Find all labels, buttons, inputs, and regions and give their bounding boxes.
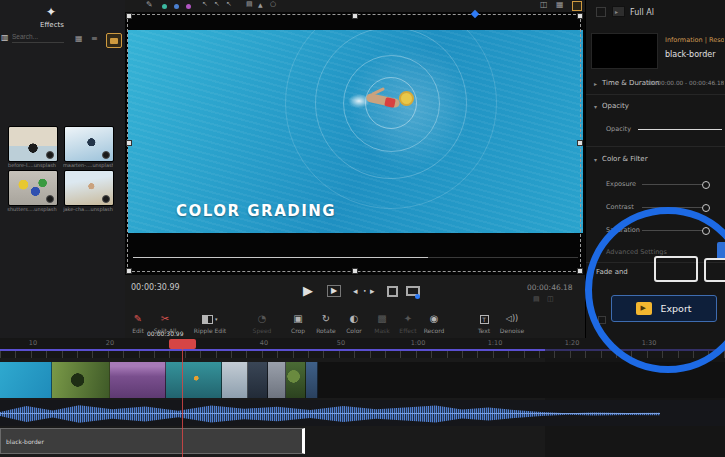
color-swatch-teal-icon[interactable] xyxy=(162,4,167,9)
cursor-move-icon[interactable]: ↖ xyxy=(214,1,220,8)
time-duration-value: 00:00:00.00 - 00:00:46.18 xyxy=(648,80,724,86)
opacity-label: Opacity xyxy=(606,125,631,133)
clip-name: black-border xyxy=(665,50,716,59)
grid-overlay-icon[interactable]: ▦ xyxy=(556,1,564,9)
black-border-clip[interactable]: black-border xyxy=(0,428,305,454)
folder-icon[interactable] xyxy=(106,33,122,48)
pen-tool-icon[interactable]: ✎ xyxy=(146,1,153,9)
chevron-down-icon[interactable]: ▾ xyxy=(594,103,597,110)
selection-handle[interactable] xyxy=(352,13,358,19)
selection-handle[interactable] xyxy=(577,140,583,146)
video-clip[interactable] xyxy=(166,362,222,398)
selection-handle[interactable] xyxy=(577,268,583,274)
preview-video[interactable]: COLOR GRADING xyxy=(128,30,583,233)
timeline-ruler[interactable]: 10 20 40 50 1:00 1:10 1:20 1:30 xyxy=(0,338,725,358)
shape-icon[interactable]: ○ xyxy=(270,1,276,8)
fullscreen-monitor-button[interactable] xyxy=(406,286,420,296)
snapshot-icon[interactable]: ◫ xyxy=(540,1,548,9)
previous-frame-button[interactable]: ◂ xyxy=(353,287,358,296)
preview-quality-icon[interactable]: ▤ xyxy=(533,296,540,303)
record-mic-icon: ◉ xyxy=(414,313,454,325)
video-overlay-title: COLOR GRADING xyxy=(176,202,336,220)
export-button[interactable]: ▶ Export xyxy=(611,295,717,322)
video-clip[interactable] xyxy=(306,362,318,398)
color-filter-section-header[interactable]: Color & Filter xyxy=(602,155,648,163)
selection-handle[interactable] xyxy=(126,13,132,19)
panel-dock-icon[interactable]: ▥ xyxy=(1,34,9,42)
video-clip[interactable] xyxy=(222,362,248,398)
opacity-section-header[interactable]: Opacity xyxy=(602,102,629,110)
ripple-edit-icon: ▾ xyxy=(190,313,230,325)
split-icon: ✂ xyxy=(145,313,185,325)
video-clip[interactable] xyxy=(286,362,306,398)
speed-button[interactable]: ◔ Speed xyxy=(242,313,282,334)
media-info-badge xyxy=(46,195,54,203)
fade-section-header[interactable]: Fade and xyxy=(596,268,628,276)
collapse-panel-icon[interactable] xyxy=(596,7,606,17)
exposure-slider[interactable] xyxy=(642,184,708,185)
speed-icon: ◔ xyxy=(242,313,282,325)
layout-icon[interactable]: ▤ xyxy=(246,1,253,8)
video-track xyxy=(0,362,725,398)
saturation-label: Saturation xyxy=(606,226,640,234)
saturation-slider[interactable] xyxy=(642,230,708,231)
contrast-slider[interactable] xyxy=(642,207,708,208)
cursor-select-icon[interactable]: ↖ xyxy=(202,1,208,8)
color-swatch-magenta-icon[interactable] xyxy=(186,4,191,9)
marker-dot-icon: • xyxy=(363,288,367,294)
ripple-edit-button[interactable]: ▾ Ripple Edit xyxy=(190,313,230,334)
chevron-down-icon[interactable]: ▾ xyxy=(594,156,597,163)
grid-view-icon[interactable]: ▦ xyxy=(75,35,83,43)
effects-tab-icon: ✦ xyxy=(46,6,56,18)
cursor-pointer-icon[interactable]: ↖ xyxy=(226,1,232,8)
denoise-button[interactable]: ◁)) Denoise xyxy=(492,313,532,334)
advanced-settings-button[interactable]: Advanced Settings xyxy=(606,248,667,256)
selection-marker[interactable] xyxy=(471,10,479,18)
media-info-badge xyxy=(46,151,54,159)
video-clip[interactable] xyxy=(0,362,52,398)
next-frame-button[interactable]: ▸ xyxy=(370,287,375,296)
transform-icon[interactable]: ▲ xyxy=(258,2,263,8)
preview-area[interactable]: COLOR GRADING xyxy=(125,12,585,275)
list-view-icon[interactable]: ≡ xyxy=(91,35,98,43)
panel-header-label[interactable]: Full Al xyxy=(630,8,654,17)
info-tabs[interactable]: Information | Resolution xyxy=(665,36,724,44)
selection-handle[interactable] xyxy=(352,268,358,274)
record-button[interactable]: ◉ Record xyxy=(414,313,454,334)
contrast-slider-knob[interactable] xyxy=(702,204,710,212)
media-filename: jake-cha....unsplash xyxy=(63,206,113,212)
preview-scale-icon[interactable]: ◫ xyxy=(547,296,554,303)
selection-handle[interactable] xyxy=(126,140,132,146)
selection-handle[interactable] xyxy=(577,13,583,19)
playhead-head[interactable] xyxy=(169,339,196,349)
fade-in-button[interactable] xyxy=(654,256,698,282)
opacity-slider[interactable] xyxy=(638,129,722,130)
monitor-notification-dot xyxy=(415,294,420,299)
video-clip[interactable] xyxy=(52,362,110,398)
play-button[interactable]: ▶ xyxy=(303,284,313,297)
chevron-right-icon[interactable]: ▸ xyxy=(589,269,592,276)
saturation-slider-knob[interactable] xyxy=(702,227,710,235)
ruler-ticks xyxy=(0,351,725,358)
exposure-slider-knob[interactable] xyxy=(702,181,710,189)
media-filename: maarten-....unsplash xyxy=(63,162,113,168)
video-clip[interactable] xyxy=(110,362,166,398)
active-tool-icon[interactable] xyxy=(572,1,582,11)
playhead-line[interactable] xyxy=(182,339,183,457)
ruler-label: 20 xyxy=(106,339,114,347)
play-inout-button[interactable]: ▶ xyxy=(327,285,341,297)
search-input[interactable] xyxy=(12,33,64,43)
fade-out-button[interactable] xyxy=(704,258,725,282)
tab-effects[interactable]: Effects xyxy=(30,21,74,29)
speaker-icon: ◁)) xyxy=(492,313,532,325)
video-clip[interactable] xyxy=(268,362,286,398)
selection-handle[interactable] xyxy=(126,268,132,274)
keyframe-icon[interactable] xyxy=(598,316,606,324)
ruler-label: 1:30 xyxy=(642,339,657,347)
snapshot-frame-button[interactable] xyxy=(387,286,398,297)
media-effects-panel: ▥ ✦ Effects ▦ ≡ before-l....unsplash maa… xyxy=(0,0,125,338)
clip-mini-thumbnail xyxy=(591,33,658,69)
color-swatch-blue-icon[interactable] xyxy=(174,4,179,9)
chevron-right-icon[interactable]: ▸ xyxy=(594,80,597,87)
video-clip[interactable] xyxy=(248,362,268,398)
